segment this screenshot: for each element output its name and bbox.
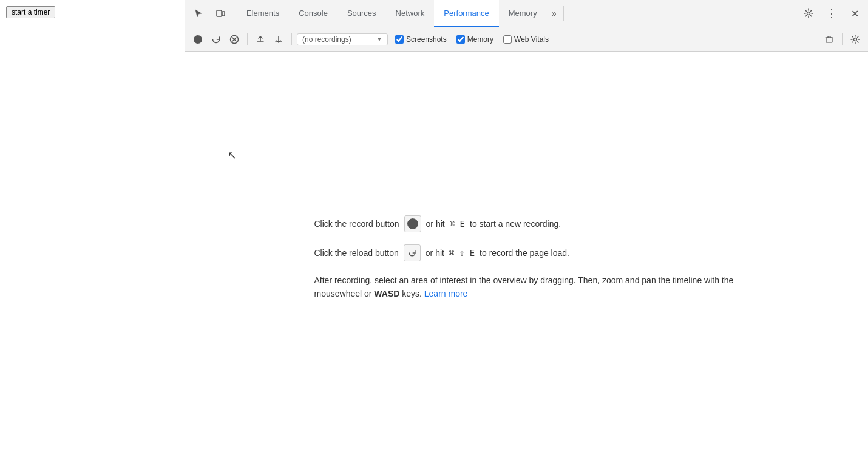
svg-rect-6 (826, 38, 832, 42)
recordings-label: (no recordings) (302, 35, 351, 44)
screenshots-checkbox[interactable] (395, 35, 404, 44)
reload-line-mid: or hit (426, 248, 444, 258)
tab-performance[interactable]: Performance (434, 0, 498, 27)
record-dot-icon (194, 35, 202, 44)
web-vitals-label: Web Vitals (514, 35, 549, 44)
memory-label: Memory (467, 35, 493, 44)
record-shortcut: ⌘ E (450, 219, 465, 229)
memory-checkbox-label[interactable]: Memory (456, 35, 493, 44)
trash-icon (825, 35, 833, 44)
reload-record-button[interactable] (208, 32, 224, 47)
delete-recording-button[interactable] (821, 32, 837, 47)
tab-bar-right-controls: ⋮ ✕ (798, 2, 866, 24)
tab-network[interactable]: Network (386, 0, 435, 27)
record-inline-button (404, 215, 421, 232)
svg-rect-1 (222, 12, 225, 16)
settings-icon (850, 35, 860, 44)
dropdown-arrow-icon: ▼ (376, 36, 382, 42)
record-button[interactable] (190, 32, 206, 47)
reload-inline-icon (408, 249, 416, 257)
reload-shortcut: ⌘ ⇧ E (449, 248, 475, 258)
tab-bar-left-controls (188, 2, 237, 24)
download-icon (274, 35, 283, 44)
record-line-mid: or hit (426, 219, 445, 229)
browser-page: start a timer (0, 0, 185, 464)
record-line-text1: Click the record button (314, 219, 399, 229)
record-line-end: to start a new recording. (470, 219, 561, 229)
checkbox-group: Screenshots Memory Web Vitals (395, 35, 549, 44)
inspect-element-button[interactable] (188, 2, 209, 24)
reload-icon (211, 35, 221, 44)
tab-divider-2 (563, 6, 564, 21)
tab-more-button[interactable]: » (547, 0, 561, 27)
screenshots-label: Screenshots (406, 35, 447, 44)
performance-toolbar: (no recordings) ▼ Screenshots Memory Web… (185, 27, 868, 52)
device-toggle-button[interactable] (209, 2, 231, 24)
svg-point-7 (854, 38, 857, 41)
cursor-indicator: ↖ (228, 149, 237, 162)
device-icon (215, 8, 225, 18)
close-icon: ✕ (851, 8, 859, 19)
after-text-end: keys. (399, 289, 422, 298)
more-options-button[interactable]: ⋮ (821, 2, 843, 24)
upload-icon (256, 35, 265, 44)
svg-point-2 (807, 12, 810, 15)
recordings-dropdown[interactable]: (no recordings) ▼ (297, 33, 388, 45)
screenshots-checkbox-label[interactable]: Screenshots (395, 35, 447, 44)
three-dots-icon: ⋮ (826, 7, 838, 20)
capture-settings-button[interactable] (847, 32, 863, 47)
tabs-container: Elements Console Sources Network Perform… (237, 0, 561, 27)
tab-divider-1 (234, 6, 234, 21)
tab-bar: Elements Console Sources Network Perform… (185, 0, 868, 27)
after-text-bold: WASD (374, 289, 399, 298)
tab-console[interactable]: Console (289, 0, 337, 27)
tab-elements[interactable]: Elements (237, 0, 289, 27)
close-devtools-button[interactable]: ✕ (844, 2, 866, 24)
reload-line-end: to record the page load. (480, 248, 569, 258)
clear-icon (229, 35, 239, 44)
learn-more-link[interactable]: Learn more (424, 289, 468, 298)
record-instruction: Click the record button or hit ⌘ E to st… (314, 215, 739, 232)
reload-line-text1: Click the reload button (314, 248, 399, 258)
instructions-block: Click the record button or hit ⌘ E to st… (314, 215, 739, 301)
toolbar-divider-3 (842, 33, 843, 45)
record-dot-inline-icon (407, 218, 418, 229)
toolbar-divider-2 (291, 33, 292, 45)
start-timer-button[interactable]: start a timer (6, 6, 55, 18)
download-button[interactable] (271, 32, 287, 47)
memory-checkbox[interactable] (456, 35, 465, 44)
after-recording-text: After recording, select an area of inter… (314, 274, 739, 301)
upload-button[interactable] (253, 32, 268, 47)
settings-button[interactable] (798, 2, 819, 24)
toolbar-right (821, 32, 863, 47)
tab-memory[interactable]: Memory (499, 0, 547, 27)
cursor-icon (194, 8, 203, 18)
reload-instruction: Click the reload button or hit ⌘ ⇧ E to … (314, 244, 739, 261)
main-content: ↖ Click the record button or hit ⌘ E to … (185, 52, 868, 464)
web-vitals-checkbox-label[interactable]: Web Vitals (503, 35, 549, 44)
reload-inline-button (404, 244, 421, 261)
svg-rect-0 (217, 10, 222, 16)
devtools-panel: Elements Console Sources Network Perform… (185, 0, 868, 464)
tab-sources[interactable]: Sources (337, 0, 386, 27)
clear-button[interactable] (226, 32, 242, 47)
toolbar-divider-1 (247, 33, 248, 45)
gear-icon (804, 8, 813, 18)
web-vitals-checkbox[interactable] (503, 35, 512, 44)
